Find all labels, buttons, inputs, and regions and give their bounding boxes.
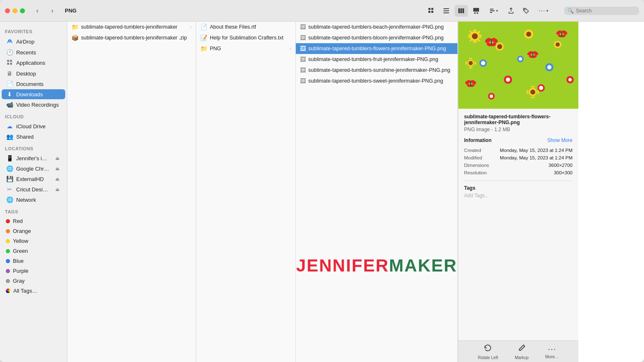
tag-dot-all (6, 289, 10, 293)
sidebar-item-applications[interactable]: Applications (2, 58, 65, 68)
beach-png-icon: 🖼 (300, 24, 306, 30)
rtf-icon: 📄 (200, 24, 207, 30)
svg-rect-4 (443, 8, 449, 9)
modified-value: Monday, May 15, 2023 at 1:24 PM (500, 155, 573, 160)
show-more-link[interactable]: Show More (547, 137, 573, 143)
sidebar-item-downloads[interactable]: ⬇ Downloads (2, 89, 65, 99)
sidebar-item-icloud-drive[interactable]: ☁ iCloud Drive (2, 121, 65, 131)
arrange-button[interactable]: ▾ (484, 5, 503, 17)
sidebar-item-desktop[interactable]: 🖥 Desktop (2, 68, 65, 78)
documents-label: Documents (16, 81, 44, 87)
eject-icon-externalhd[interactable]: ⏏ (54, 176, 61, 182)
eject-icon-cricut[interactable]: ⏏ (54, 187, 61, 192)
svg-rect-7 (458, 8, 460, 13)
markup-icon (517, 343, 526, 355)
zip-sublimate-name: sublimate-tapered-tumblers-jennifermaker… (81, 35, 192, 41)
png-chevron-right-icon: › (290, 46, 291, 51)
search-box[interactable]: 🔍 (564, 7, 639, 15)
file-item-bloom-png[interactable]: 🖼 sublimate-tapered-tumblers-bloom-jenni… (296, 32, 457, 43)
sidebar-item-tag-green[interactable]: Green (2, 246, 65, 256)
list-view-button[interactable] (440, 5, 453, 17)
sidebar-item-tag-purple[interactable]: Purple (2, 266, 65, 276)
sidebar-item-video-recordings[interactable]: 📹 Video Recordings (2, 100, 65, 110)
eject-icon-iphone[interactable]: ⏏ (54, 156, 61, 161)
svg-point-32 (473, 41, 477, 43)
zip-icon: 📦 (71, 34, 79, 41)
about-files-name: About these Files.rtf (210, 24, 291, 30)
svg-rect-1 (431, 8, 433, 10)
share-button[interactable] (504, 5, 518, 17)
sidebar-item-network[interactable]: 🌐 Network (2, 195, 65, 205)
markup-action[interactable]: Markup (515, 343, 528, 360)
tag-blue-label: Blue (13, 258, 24, 264)
file-item-sweet-png[interactable]: 🖼 sublimate-tapered-tumblers-sweet-jenni… (296, 76, 457, 86)
sidebar-item-tag-orange[interactable]: Orange (2, 226, 65, 236)
window-title: PNG (65, 7, 76, 14)
svg-rect-53 (491, 39, 492, 46)
watermark-area: JENNIFERMAKER (296, 244, 457, 277)
file-item-help-sublimation[interactable]: 📝 Help for Sublimation Crafters.txt (196, 32, 295, 43)
applications-icon (6, 59, 13, 66)
cricut-icon: ✂ (6, 186, 13, 193)
column-view-button[interactable] (455, 5, 468, 17)
svg-point-81 (465, 61, 467, 65)
svg-rect-5 (443, 10, 449, 11)
more-action[interactable]: ··· More… (545, 344, 559, 359)
rotate-left-action[interactable]: Rotate Left (478, 343, 498, 360)
svg-point-82 (474, 61, 476, 65)
preview-filetype: PNG image - 1.2 MB (464, 127, 573, 132)
sidebar-item-tag-red[interactable]: Red (2, 216, 65, 226)
file-item-fruit-png[interactable]: 🖼 sublimate-tapered-tumblers-fruit-jenni… (296, 54, 457, 65)
sidebar: Favorites AirDrop 🕐 Recents Applications… (0, 22, 67, 362)
gallery-view-button[interactable] (469, 5, 483, 17)
tags-section-title: Tags (464, 185, 573, 191)
sidebar-item-shared[interactable]: 👥 Shared (2, 132, 65, 142)
watermark-text: JENNIFERMAKER (296, 252, 457, 277)
divider (464, 181, 573, 181)
traffic-lights (5, 8, 25, 13)
close-button[interactable] (5, 8, 10, 13)
forward-button[interactable]: › (47, 5, 58, 17)
sidebar-item-all-tags[interactable]: All Tags… (2, 286, 65, 296)
rotate-left-icon (483, 343, 492, 355)
more-button[interactable]: ··· ▾ (534, 5, 553, 17)
minimize-button[interactable] (12, 8, 17, 13)
svg-rect-0 (428, 8, 430, 10)
main-content: Favorites AirDrop 🕐 Recents Applications… (0, 22, 644, 362)
add-tags-placeholder[interactable]: Add Tags... (464, 193, 573, 198)
tag-button[interactable] (519, 5, 533, 17)
file-item-flowers-png[interactable]: 🖼 sublimate-tapered-tumblers-flowers-jen… (296, 43, 457, 54)
file-item-zip-sublimate[interactable]: 📦 sublimate-tapered-tumblers-jennifermak… (67, 32, 196, 43)
tag-purple-label: Purple (13, 268, 29, 274)
file-item-beach-png[interactable]: 🖼 sublimate-tapered-tumblers-beach-jenni… (296, 22, 457, 32)
documents-icon: 📄 (6, 81, 13, 87)
file-item-about-files[interactable]: 📄 About these Files.rtf (196, 22, 295, 32)
sidebar-item-cricut-design[interactable]: ✂ Cricut Design… ⏏ (2, 184, 65, 194)
external-hd-label: ExternalHD (16, 176, 51, 182)
sidebar-item-documents[interactable]: 📄 Documents (2, 79, 65, 89)
sidebar-item-external-hd[interactable]: 💾 ExternalHD ⏏ (2, 174, 65, 184)
sidebar-item-airdrop[interactable]: AirDrop (2, 36, 65, 47)
sidebar-item-recents[interactable]: 🕐 Recents (2, 47, 65, 57)
desktop-label: Desktop (16, 71, 36, 77)
sidebar-item-tag-gray[interactable]: Gray (2, 276, 65, 286)
eject-icon-chrome[interactable]: ⏏ (54, 166, 61, 171)
back-button[interactable]: ‹ (32, 5, 43, 17)
information-section-header: Information Show More (464, 137, 573, 143)
file-item-png-folder[interactable]: 📁 PNG › (196, 43, 295, 54)
svg-rect-63 (561, 31, 562, 37)
sidebar-item-tag-blue[interactable]: Blue (2, 256, 65, 266)
svg-rect-14 (490, 10, 495, 11)
airdrop-label: AirDrop (16, 39, 34, 45)
file-item-sunshine-png[interactable]: 🖼 sublimate-tapered-tumblers-sunshine-je… (296, 65, 457, 76)
file-item-folder-sublimate[interactable]: 📁 sublimate-tapered-tumblers-jennifermak… (67, 22, 196, 32)
maximize-button[interactable] (20, 8, 25, 13)
maker-text: MAKER (389, 256, 457, 275)
tag-dot-blue (6, 259, 10, 263)
search-input[interactable] (576, 8, 634, 14)
sidebar-item-google-chrome[interactable]: 🌐 Google Chro… ⏏ (2, 164, 65, 174)
tag-dot-orange (6, 229, 10, 233)
sidebar-item-tag-yellow[interactable]: Yellow (2, 236, 65, 246)
sidebar-item-jennifers-iphone[interactable]: 📱 Jennifer's iPh… ⏏ (2, 153, 65, 163)
icon-view-button[interactable] (425, 5, 438, 17)
